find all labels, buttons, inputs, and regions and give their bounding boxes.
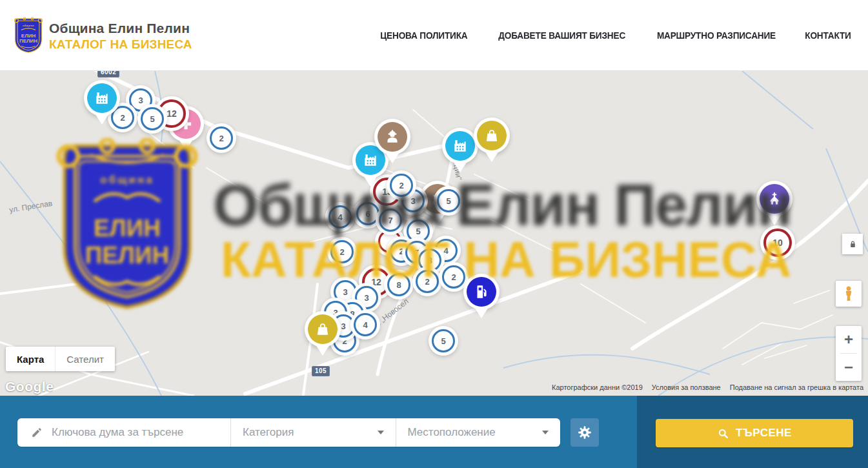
map-type-control: Карта Сателит bbox=[6, 347, 115, 371]
map-cluster-marker[interactable]: 8 bbox=[387, 273, 410, 296]
map-cluster-marker[interactable]: 2 bbox=[210, 127, 233, 150]
map-cluster-marker[interactable]: 5 bbox=[432, 329, 455, 352]
location-dropdown-label: Местоположение bbox=[408, 426, 496, 439]
lock-control-button[interactable] bbox=[842, 234, 863, 254]
shopping-bag-icon bbox=[314, 321, 331, 338]
map-cluster-marker[interactable]: 2 bbox=[416, 270, 439, 293]
map-attribution: Картографски данни ©2019 Условия за полз… bbox=[552, 383, 863, 391]
advanced-settings-button[interactable] bbox=[570, 418, 599, 447]
pin-tail bbox=[453, 161, 467, 172]
map-cluster-marker[interactable]: 2 bbox=[330, 240, 354, 263]
keyword-search-input[interactable] bbox=[52, 426, 213, 439]
nav-item-add-your-business[interactable]: ДОБАВЕТЕ ВАШИЯТ БИЗНЕС bbox=[498, 30, 625, 41]
map-pin-shopping-bag-icon[interactable] bbox=[477, 121, 507, 150]
pin-tail bbox=[95, 114, 109, 125]
map-cluster-marker[interactable]: 4 bbox=[328, 205, 352, 229]
shopping-bag-icon bbox=[483, 127, 500, 144]
map-pin-fuel-pump-icon[interactable] bbox=[467, 277, 496, 307]
terms-link[interactable]: Условия за ползване bbox=[652, 383, 721, 391]
pegman-icon bbox=[840, 285, 857, 302]
map-cluster-marker[interactable]: 2 bbox=[390, 174, 413, 197]
svg-text:ПЕЛИН: ПЕЛИН bbox=[19, 38, 37, 44]
google-logo[interactable]: Google bbox=[5, 379, 54, 394]
pin-tail bbox=[485, 151, 499, 162]
pin-tail bbox=[179, 139, 193, 150]
lock-icon bbox=[848, 239, 858, 249]
map-pin-worker-icon[interactable] bbox=[378, 122, 407, 152]
worker-icon bbox=[384, 128, 401, 145]
pin-tail bbox=[385, 152, 399, 163]
category-dropdown-label: Категория bbox=[243, 426, 294, 439]
road-number-badge: 6002 bbox=[97, 71, 119, 77]
map-cluster-marker[interactable]: 7 bbox=[379, 209, 402, 232]
keyword-section bbox=[17, 418, 230, 447]
category-dropdown[interactable]: Категория bbox=[231, 418, 396, 447]
map-cluster-marker[interactable]: 6 bbox=[356, 202, 379, 225]
map-cluster-marker[interactable]: 2 bbox=[442, 265, 465, 289]
site-subtitle: КАТАЛОГ НА БИЗНЕСА bbox=[49, 37, 192, 52]
street-view-pegman-button[interactable] bbox=[836, 281, 862, 307]
map-pin-shopping-bag-icon[interactable] bbox=[308, 314, 338, 344]
pin-tail bbox=[474, 307, 489, 318]
location-dropdown[interactable]: Местоположение bbox=[396, 418, 561, 447]
map-canvas[interactable]: 6002105 ул. Преславбул. „Новоселции" 123… bbox=[0, 71, 868, 396]
filter-bar: Категория Местоположение bbox=[17, 418, 560, 447]
nav-item-pricing-policy[interactable]: ЦЕНОВА ПОЛИТИКА bbox=[380, 30, 467, 41]
site-title: Община Елин Пелин bbox=[49, 21, 192, 36]
road-number-badge: 105 bbox=[312, 366, 330, 376]
nav-item-contacts[interactable]: КОНТАКТИ bbox=[805, 30, 851, 41]
svg-text:ЕЛИН: ЕЛИН bbox=[21, 33, 36, 39]
map-cluster-marker[interactable]: 2 bbox=[111, 106, 134, 129]
zoom-out-button[interactable]: − bbox=[836, 354, 862, 381]
gear-icon bbox=[577, 425, 592, 440]
report-error-link[interactable]: Подаване на сигнал за грешка в картата bbox=[730, 383, 863, 391]
map-pin-factory-icon[interactable] bbox=[87, 83, 117, 113]
fuel-pump-icon bbox=[473, 283, 490, 300]
factory-icon bbox=[362, 152, 379, 168]
pencil-icon bbox=[31, 427, 43, 438]
pin-tail bbox=[363, 176, 378, 187]
map-pin-factory-icon[interactable] bbox=[356, 145, 385, 175]
search-icon bbox=[717, 427, 729, 440]
municipality-logo[interactable]: община ЕЛИН ПЕЛИН bbox=[13, 17, 44, 54]
zoom-in-button[interactable]: + bbox=[836, 326, 862, 353]
map-cluster-marker[interactable]: 5 bbox=[437, 189, 460, 212]
pin-tail bbox=[316, 345, 330, 356]
church-icon bbox=[766, 190, 783, 207]
map-cluster-marker[interactable]: 10 bbox=[763, 229, 792, 257]
chevron-down-icon bbox=[378, 431, 384, 434]
factory-icon bbox=[94, 90, 110, 107]
map-copyright: Картографски данни ©2019 bbox=[552, 383, 643, 391]
pin-tail bbox=[430, 214, 445, 225]
factory-icon bbox=[452, 137, 469, 154]
map-pin-factory-icon[interactable] bbox=[445, 131, 475, 161]
map-cluster-marker[interactable]: 5 bbox=[407, 219, 430, 243]
chevron-down-icon bbox=[542, 431, 549, 434]
header: община ЕЛИН ПЕЛИН Община Елин Пелин КАТА… bbox=[0, 0, 868, 71]
pin-tail bbox=[767, 214, 782, 225]
brand-text: Община Елин Пелин КАТАЛОГ НА БИЗНЕСА bbox=[49, 21, 192, 52]
map-cluster-marker[interactable]: 8 bbox=[418, 249, 441, 272]
svg-text:община: община bbox=[23, 24, 34, 27]
shield-logo-icon: община ЕЛИН ПЕЛИН bbox=[13, 17, 44, 54]
search-button-label: ТЪРСЕНЕ bbox=[736, 427, 792, 440]
search-bar: Категория Местоположение bbox=[0, 396, 868, 468]
nav-item-route-schedule[interactable]: МАРШРУТНО РАЗПИСАНИЕ bbox=[657, 30, 776, 41]
map-cluster-marker[interactable]: 3 bbox=[334, 280, 357, 303]
map-type-satellite-button[interactable]: Сателит bbox=[55, 347, 115, 371]
zoom-control: + − bbox=[836, 326, 862, 381]
map-pin-church-icon[interactable] bbox=[760, 184, 789, 214]
search-button[interactable]: ТЪРСЕНЕ bbox=[656, 419, 853, 447]
main-nav: ЦЕНОВА ПОЛИТИКАДОБАВЕТЕ ВАШИЯТ БИЗНЕСМАР… bbox=[378, 0, 853, 71]
map-cluster-marker[interactable]: 5 bbox=[141, 107, 164, 130]
map-type-map-button[interactable]: Карта bbox=[6, 347, 55, 371]
map-cluster-marker[interactable]: 4 bbox=[354, 313, 377, 336]
business-catalog-page: община ЕЛИН ПЕЛИН Община Елин Пелин КАТА… bbox=[0, 0, 868, 468]
